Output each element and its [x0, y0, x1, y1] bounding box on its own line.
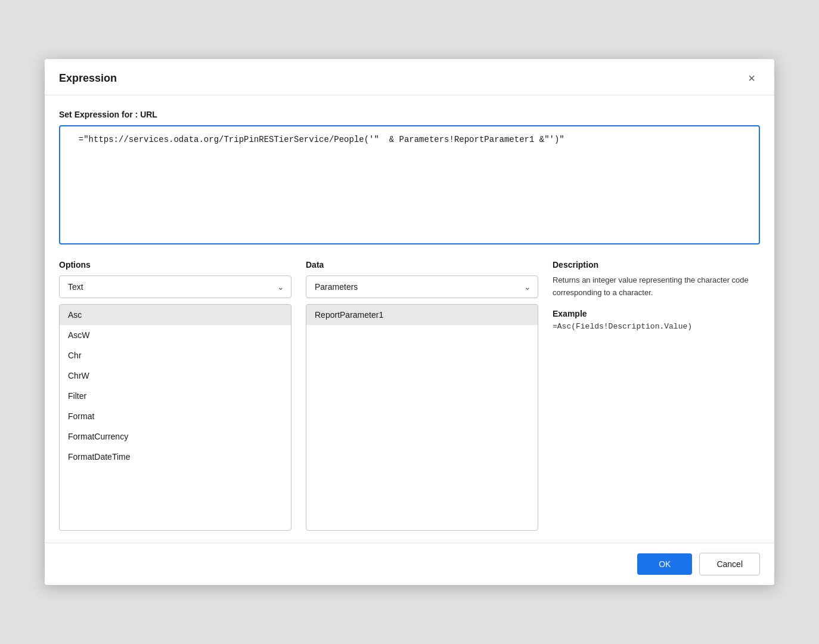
list-item[interactable]: Filter	[60, 386, 291, 406]
dialog-header: Expression ×	[45, 59, 774, 95]
data-list: ReportParameter1	[306, 304, 538, 531]
list-item[interactable]: FormatCurrency	[60, 426, 291, 447]
expression-textarea[interactable]	[59, 125, 760, 244]
description-title: Description	[553, 260, 760, 270]
description-text: Returns an integer value representing th…	[553, 274, 760, 299]
list-item[interactable]: Format	[60, 406, 291, 426]
list-item[interactable]: ReportParameter1	[306, 305, 538, 325]
dialog-title: Expression	[59, 72, 117, 85]
list-item[interactable]: FormatDateTime	[60, 447, 291, 467]
dialog-body: Set Expression for : URL Options Text Co…	[45, 95, 774, 543]
data-column: Data Parameters Fields DataSets Variable…	[306, 260, 538, 531]
options-label: Options	[59, 260, 291, 270]
list-item[interactable]: ChrW	[60, 366, 291, 386]
data-dropdown-wrapper: Parameters Fields DataSets Variables Glo…	[306, 275, 538, 298]
ok-button[interactable]: OK	[637, 553, 692, 575]
expression-dialog: Expression × Set Expression for : URL Op…	[45, 59, 774, 585]
cancel-button[interactable]: Cancel	[699, 553, 760, 575]
list-item[interactable]: AscW	[60, 325, 291, 345]
description-column: Description Returns an integer value rep…	[553, 260, 760, 531]
options-list: Asc AscW Chr ChrW Filter Format FormatCu…	[59, 304, 291, 531]
close-button[interactable]: ×	[743, 70, 760, 86]
dialog-footer: OK Cancel	[45, 543, 774, 585]
options-column: Options Text Common Functions Math Date/…	[59, 260, 291, 531]
set-expression-label: Set Expression for : URL	[59, 110, 760, 119]
options-dropdown-wrapper: Text Common Functions Math Date/Time Str…	[59, 275, 291, 298]
data-dropdown[interactable]: Parameters Fields DataSets Variables Glo…	[306, 275, 538, 298]
list-item[interactable]: Chr	[60, 345, 291, 366]
example-title: Example	[553, 309, 760, 318]
data-label: Data	[306, 260, 538, 270]
list-item[interactable]: Asc	[60, 305, 291, 325]
example-text: =Asc(Fields!Description.Value)	[553, 322, 760, 331]
options-dropdown[interactable]: Text Common Functions Math Date/Time Str…	[59, 275, 291, 298]
columns-section: Options Text Common Functions Math Date/…	[59, 260, 760, 531]
